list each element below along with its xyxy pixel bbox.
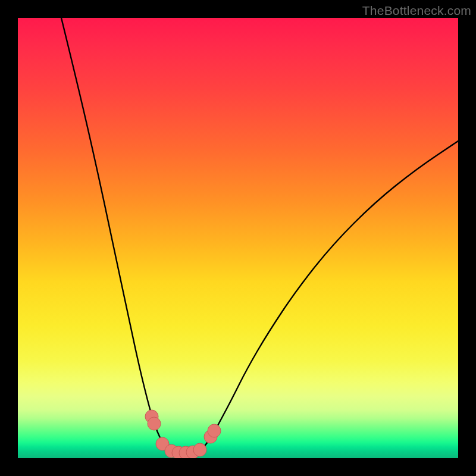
bottleneck-curve [61, 18, 458, 453]
chart-canvas: TheBottleneck.com [0, 0, 476, 476]
valley-marker-8 [204, 430, 217, 443]
valley-marker-1 [148, 417, 161, 430]
plot-background [18, 18, 458, 458]
watermark-label: TheBottleneck.com [362, 4, 471, 18]
valley-marker-0 [145, 410, 158, 423]
curve-layer [18, 18, 458, 458]
valley-marker-2 [156, 437, 169, 450]
valley-marker-9 [208, 424, 221, 437]
valley-marker-5 [179, 446, 192, 458]
valley-marker-3 [165, 444, 178, 458]
valley-marker-7 [193, 443, 206, 456]
valley-marker-4 [172, 446, 185, 458]
valley-marker-6 [186, 446, 199, 458]
